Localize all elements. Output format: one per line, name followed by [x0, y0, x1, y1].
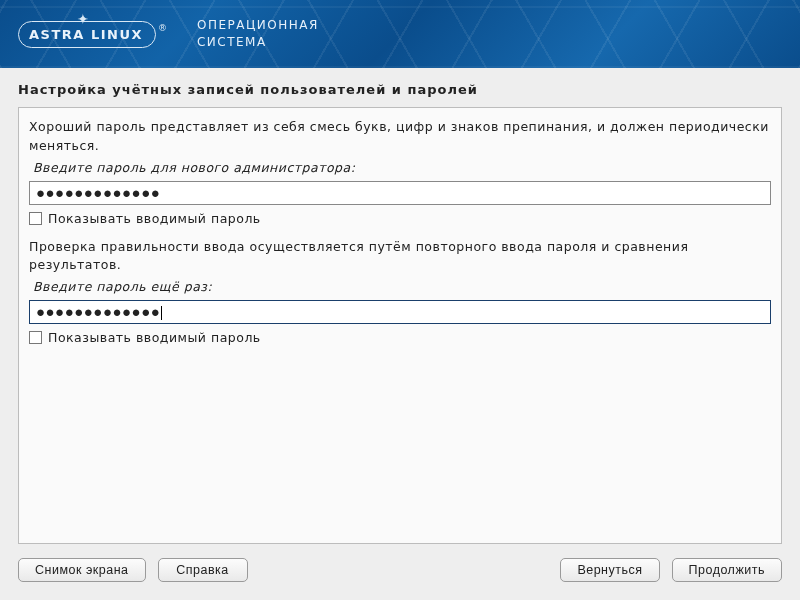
star-icon: ✦	[77, 12, 89, 26]
tagline-line1: ОПЕРАЦИОННАЯ	[197, 17, 319, 34]
footer-spacer	[260, 558, 549, 582]
password-description-2: Проверка правильности ввода осуществляет…	[29, 238, 771, 276]
password-mask-2: ●●●●●●●●●●●●●	[36, 303, 160, 320]
back-button[interactable]: Вернуться	[560, 558, 659, 582]
tagline: ОПЕРАЦИОННАЯ СИСТЕМА	[197, 17, 319, 51]
password-prompt-1: Введите пароль для нового администратора…	[33, 160, 771, 175]
logo-text: ASTRA LINUX	[29, 27, 143, 42]
installer-header: ✦ ASTRA LINUX ® ОПЕРАЦИОННАЯ СИСТЕМА	[0, 0, 800, 68]
show-password-checkbox-2[interactable]	[29, 331, 42, 344]
password-prompt-2: Введите пароль ещё раз:	[33, 279, 771, 294]
password-mask-1: ●●●●●●●●●●●●●	[36, 184, 160, 201]
show-password-label-1: Показывать вводимый пароль	[48, 211, 261, 226]
password-description-1: Хороший пароль представляет из себя смес…	[29, 118, 771, 156]
show-password-label-2: Показывать вводимый пароль	[48, 330, 261, 345]
help-button[interactable]: Справка	[158, 558, 248, 582]
show-password-row-1[interactable]: Показывать вводимый пароль	[29, 211, 771, 226]
page-title: Настройка учётных записей пользователей …	[18, 82, 782, 97]
admin-password-input[interactable]: ●●●●●●●●●●●●●	[29, 181, 771, 205]
footer-bar: Снимок экрана Справка Вернуться Продолжи…	[0, 544, 800, 600]
show-password-checkbox-1[interactable]	[29, 212, 42, 225]
logo: ✦ ASTRA LINUX ®	[18, 21, 167, 48]
text-cursor	[161, 306, 162, 320]
screenshot-button[interactable]: Снимок экрана	[18, 558, 146, 582]
main-panel: Хороший пароль представляет из себя смес…	[18, 107, 782, 544]
logo-badge: ✦ ASTRA LINUX	[18, 21, 156, 48]
page-title-row: Настройка учётных записей пользователей …	[0, 68, 800, 107]
show-password-row-2[interactable]: Показывать вводимый пароль	[29, 330, 771, 345]
tagline-line2: СИСТЕМА	[197, 34, 319, 51]
registered-icon: ®	[158, 23, 167, 33]
admin-password-confirm-input[interactable]: ●●●●●●●●●●●●●	[29, 300, 771, 324]
continue-button[interactable]: Продолжить	[672, 558, 782, 582]
